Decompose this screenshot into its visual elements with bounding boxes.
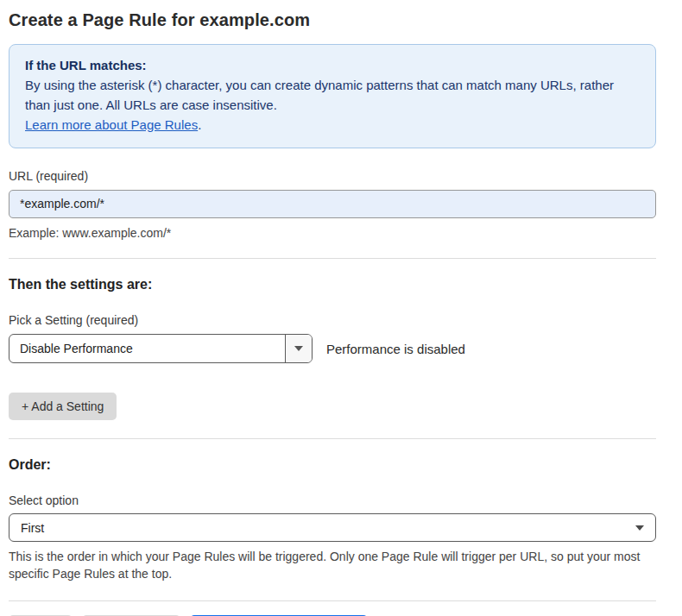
info-box-body-text: By using the asterisk (*) character, you… (25, 78, 614, 112)
setting-select-value: Disable Performance (9, 335, 285, 362)
setting-select[interactable]: Disable Performance (9, 334, 313, 363)
pick-setting-label: Pick a Setting (required) (9, 313, 656, 327)
url-matches-info-box: If the URL matches: By using the asteris… (9, 44, 656, 148)
order-select[interactable]: First (9, 513, 656, 542)
settings-section-heading: Then the settings are: (9, 277, 656, 292)
page-rule-form: Create a Page Rule for example.com If th… (0, 0, 682, 616)
setting-select-arrow-button[interactable] (285, 335, 312, 362)
divider (9, 438, 656, 439)
divider (9, 258, 656, 259)
page-title: Create a Page Rule for example.com (9, 10, 656, 30)
setting-row: Disable Performance Performance is disab… (9, 334, 656, 363)
order-select-value: First (21, 521, 44, 535)
order-section-heading: Order: (9, 457, 656, 473)
learn-more-link[interactable]: Learn more about Page Rules (25, 117, 198, 132)
add-setting-button[interactable]: + Add a Setting (9, 393, 117, 420)
info-box-body: By using the asterisk (*) character, you… (25, 76, 640, 135)
chevron-down-icon (635, 525, 644, 531)
url-example-text: Example: www.example.com/* (9, 224, 656, 242)
url-input[interactable] (9, 190, 656, 218)
order-select-label: Select option (9, 493, 656, 507)
divider (9, 600, 656, 601)
info-box-heading: If the URL matches: (25, 56, 640, 76)
chevron-down-icon (294, 346, 303, 351)
order-help-text: This is the order in which your Page Rul… (9, 548, 656, 583)
setting-status-text: Performance is disabled (326, 342, 465, 356)
learn-more-line: Learn more about Page Rules. (25, 117, 201, 132)
url-label: URL (required) (9, 169, 656, 183)
link-suffix: . (198, 117, 201, 132)
